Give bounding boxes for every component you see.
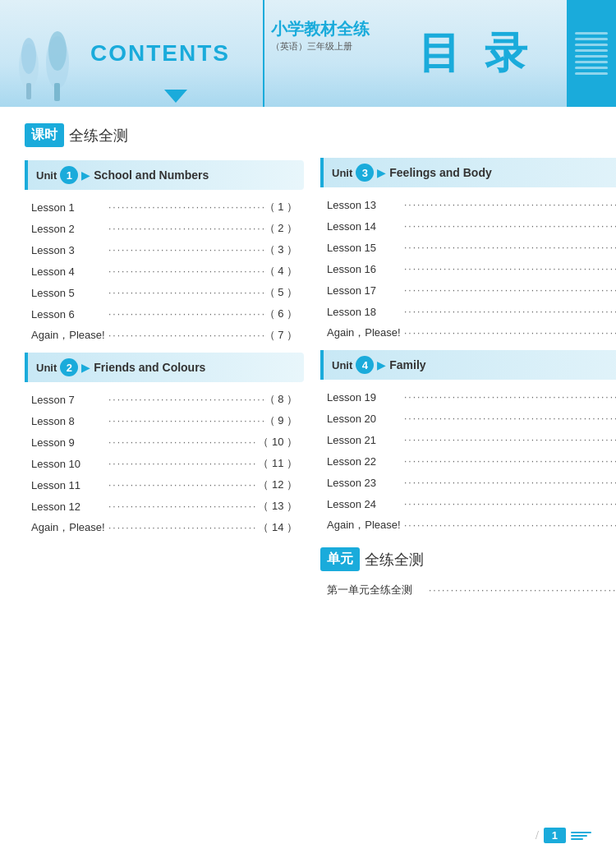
footer-slash: /: [536, 829, 539, 842]
left-column: 课时 全练全测 Unit 1 ▶ School and Numbers Less…: [25, 123, 304, 809]
unit-3-title: Feelings and Body: [389, 166, 491, 179]
unit-2-lessons: Lesson 7 ·······························…: [25, 389, 304, 538]
keshi-box: 课时: [25, 123, 64, 147]
lesson-row: Lesson 7 ·······························…: [25, 389, 304, 410]
unit-3-label: Unit: [332, 167, 352, 179]
lesson-row: Lesson 23 ······························…: [320, 472, 616, 493]
unit-3-header: Unit 3 ▶ Feelings and Body: [320, 158, 616, 187]
lesson-row: Lesson 11 ······························…: [25, 474, 304, 496]
keshi-suffix: 全练全测: [69, 126, 128, 145]
unit-3-lessons: Lesson 13 ······························…: [320, 194, 616, 344]
lesson-row: Lesson 4 ·······························…: [25, 261, 304, 282]
lesson-row: Lesson 2 ·······························…: [25, 218, 304, 239]
unit-4-label: Unit: [332, 359, 352, 371]
lesson-row: Lesson 21 ······························…: [320, 429, 616, 450]
lesson-row: Lesson 1 ·······························…: [25, 196, 304, 218]
lesson-row: Lesson 12 ······························…: [25, 496, 304, 517]
unit-1-label: Unit: [36, 169, 57, 182]
danyuan-badge: 单元 全练全测: [320, 547, 424, 571]
unit-3-num: 3: [356, 164, 374, 182]
lesson-row: Lesson 24 ······························…: [320, 493, 616, 514]
svg-rect-2: [26, 83, 31, 99]
lesson-row: Again，Please! ··························…: [25, 325, 304, 346]
unit-1-lessons: Lesson 1 ·······························…: [25, 196, 304, 346]
svg-point-1: [21, 38, 36, 74]
lesson-row: Lesson 6 ·······························…: [25, 303, 304, 325]
unit-1-num: 1: [60, 166, 78, 184]
main-content: 课时 全练全测 Unit 1 ▶ School and Numbers Less…: [0, 107, 616, 825]
tree-decoration: [12, 21, 82, 107]
lesson-row: Lesson 18 ······························…: [320, 301, 616, 322]
unit-4-num: 4: [356, 356, 374, 374]
unit-3-arrow: ▶: [377, 166, 386, 180]
keshi-badge: 课时 全练全测: [25, 123, 128, 147]
lesson-row: Lesson 8 ·······························…: [25, 410, 304, 431]
lesson-row: Lesson 16 ······························…: [320, 258, 616, 279]
lesson-row: Lesson 5 ·······························…: [25, 282, 304, 303]
lesson-row: Lesson 9 ·······························…: [25, 431, 304, 453]
book-title: 小学教材全练 （英语）三年级上册: [271, 18, 370, 53]
unit-1-arrow: ▶: [81, 168, 90, 182]
unit-4-header: Unit 4 ▶ Family: [320, 350, 616, 380]
lesson-row: Lesson 10 ······························…: [25, 453, 304, 474]
svg-point-4: [48, 31, 67, 71]
header-arrow-decoration: [164, 90, 187, 103]
lesson-row: Lesson 22 ······························…: [320, 450, 616, 472]
header-blue-bar: [567, 0, 616, 107]
header-divider: [263, 0, 264, 107]
lesson-row: Again，Please! ··························…: [25, 517, 304, 538]
unit-4-title: Family: [389, 358, 425, 371]
unit-2-label: Unit: [36, 362, 57, 374]
lesson-row: Lesson 20 ······························…: [320, 408, 616, 429]
summary-row: 第一单元全练全测 ·······························…: [320, 579, 616, 601]
lesson-row: Lesson 14 ······························…: [320, 215, 616, 237]
right-column: Unit 3 ▶ Feelings and Body Lesson 13 ···…: [320, 123, 616, 809]
unit-2-num: 2: [60, 358, 78, 376]
lesson-row: Lesson 19 ······························…: [320, 386, 616, 408]
unit-1-title: School and Numbers: [94, 168, 209, 182]
footer-decoration: [571, 832, 591, 840]
header: CONTENTS 小学教材全练 （英语）三年级上册 目 录: [0, 0, 616, 107]
svg-rect-5: [54, 83, 60, 101]
chinese-title: 目 录: [418, 25, 534, 82]
lesson-row: Lesson 17 ······························…: [320, 279, 616, 301]
lesson-row: Lesson 15 ······························…: [320, 237, 616, 258]
lesson-row: Lesson 3 ·······························…: [25, 239, 304, 261]
unit-4-lessons: Lesson 19 ······························…: [320, 386, 616, 536]
unit-2-title: Friends and Colours: [94, 361, 205, 374]
unit-4-arrow: ▶: [377, 358, 386, 372]
lesson-row: Again，Please! ··························…: [320, 514, 616, 536]
footer: / 1: [536, 828, 591, 843]
unit-2-header: Unit 2 ▶ Friends and Colours: [25, 353, 304, 382]
danyuan-suffix: 全练全测: [365, 550, 424, 570]
lesson-row: Again，Please! ··························…: [320, 322, 616, 344]
unit-1-header: Unit 1 ▶ School and Numbers: [25, 160, 304, 190]
unit-2-arrow: ▶: [81, 361, 90, 375]
danyuan-box: 单元: [320, 547, 360, 571]
lesson-row: Lesson 13 ······························…: [320, 194, 616, 215]
footer-page-number: 1: [544, 828, 566, 843]
contents-label: CONTENTS: [90, 40, 230, 67]
